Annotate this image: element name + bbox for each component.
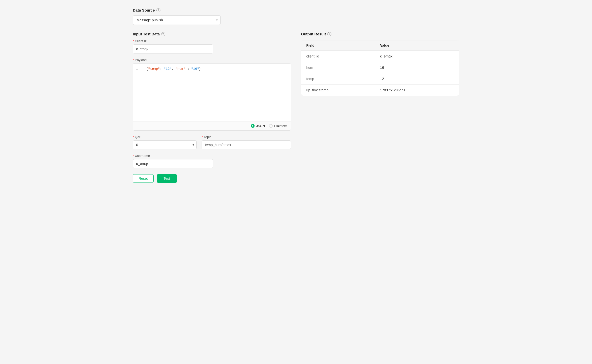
input-test-data-label: Input Test Data	[133, 32, 160, 36]
payload-group: * Payload 1 {"temp": "12", "hum" : "16"}…	[133, 58, 291, 131]
payload-editor-container: 1 {"temp": "12", "hum" : "16"} ··· JSON	[133, 63, 291, 131]
field-temp: temp	[306, 77, 380, 81]
value-up-timestamp: 1703751296441	[380, 88, 454, 92]
output-header-field: Field	[306, 43, 380, 47]
data-source-title: Data Source ?	[133, 8, 459, 12]
field-up-timestamp: up_timestamp	[306, 88, 380, 92]
value-hum: 16	[380, 66, 454, 70]
page-container: Data Source ? Message publish ▾ Input Te…	[133, 8, 459, 183]
data-source-select-wrapper: Message publish ▾	[133, 15, 221, 25]
temp-key: "temp"	[148, 67, 160, 71]
code-line-1: 1 {"temp": "12", "hum" : "16"}	[133, 67, 291, 71]
username-required-star: *	[133, 154, 134, 158]
table-row: client_id c_emqx	[301, 51, 459, 62]
main-layout: Input Test Data ? * Client ID * Payload	[133, 32, 459, 183]
plaintext-radio-button[interactable]	[269, 124, 273, 128]
plaintext-radio-label: Plaintext	[274, 124, 287, 128]
data-source-select[interactable]: Message publish	[133, 15, 221, 25]
test-button[interactable]: Test	[157, 174, 177, 183]
reset-button[interactable]: Reset	[133, 174, 154, 183]
username-input[interactable]	[133, 159, 213, 168]
open-brace: {	[146, 67, 148, 71]
comma-1: ,	[171, 67, 175, 71]
username-label: * Username	[133, 154, 291, 158]
qos-required-star: *	[133, 135, 134, 139]
data-source-section: Data Source ? Message publish ▾	[133, 8, 459, 25]
table-row: temp 12	[301, 73, 459, 85]
field-hum: hum	[306, 66, 380, 70]
field-client-id: client_id	[306, 54, 380, 58]
payload-footer: JSON Plaintext	[133, 121, 291, 130]
line-number-1: 1	[136, 67, 142, 71]
topic-group: * Topic	[202, 135, 291, 149]
temp-value: "12"	[164, 67, 171, 71]
input-test-data-help-icon[interactable]: ?	[161, 32, 165, 36]
qos-select[interactable]: 0 1 2	[133, 140, 197, 149]
input-test-data-title: Input Test Data ?	[133, 32, 291, 36]
colon-1: :	[160, 67, 164, 71]
client-id-required-star: *	[133, 39, 134, 43]
hum-value: "16"	[191, 67, 199, 71]
json-radio-label: JSON	[256, 124, 265, 128]
topic-input[interactable]	[202, 140, 291, 149]
client-id-label: * Client ID	[133, 39, 291, 43]
client-id-input[interactable]	[133, 44, 213, 53]
topic-label: * Topic	[202, 135, 291, 139]
json-radio-group[interactable]: JSON	[251, 124, 265, 128]
payload-code-editor[interactable]: 1 {"temp": "12", "hum" : "16"}	[133, 64, 291, 114]
right-column: Output Result ? Field Value client_id c_…	[301, 32, 459, 96]
qos-label: * QoS	[133, 135, 197, 139]
plaintext-radio-group[interactable]: Plaintext	[269, 124, 287, 128]
qos-group: * QoS 0 1 2 ▾	[133, 135, 197, 149]
payload-dots: ···	[133, 114, 291, 121]
button-row: Reset Test	[133, 174, 291, 183]
qos-topic-row: * QoS 0 1 2 ▾ * Topic	[133, 135, 291, 149]
data-source-label: Data Source	[133, 8, 155, 12]
hum-key: "hum"	[175, 67, 185, 71]
data-source-help-icon[interactable]: ?	[156, 8, 160, 12]
qos-select-wrapper: 0 1 2 ▾	[133, 140, 197, 149]
output-table-header: Field Value	[301, 40, 459, 51]
left-column: Input Test Data ? * Client ID * Payload	[133, 32, 291, 183]
table-row: hum 16	[301, 62, 459, 73]
payload-label: * Payload	[133, 58, 291, 62]
colon-2: :	[185, 67, 191, 71]
value-client-id: c_emqx	[380, 54, 454, 58]
close-brace: }	[199, 67, 201, 71]
table-row: up_timestamp 1703751296441	[301, 85, 459, 96]
value-temp: 12	[380, 77, 454, 81]
client-id-group: * Client ID	[133, 39, 291, 53]
json-radio-button[interactable]	[251, 124, 255, 128]
code-content-1: {"temp": "12", "hum" : "16"}	[146, 67, 201, 71]
output-table: Field Value client_id c_emqx hum 16 temp…	[301, 40, 459, 96]
username-group: * Username	[133, 154, 291, 168]
output-result-title: Output Result ?	[301, 32, 459, 36]
output-header-value: Value	[380, 43, 454, 47]
output-result-help-icon[interactable]: ?	[327, 32, 331, 36]
topic-required-star: *	[202, 135, 203, 139]
output-result-label: Output Result	[301, 32, 326, 36]
payload-required-star: *	[133, 58, 134, 62]
